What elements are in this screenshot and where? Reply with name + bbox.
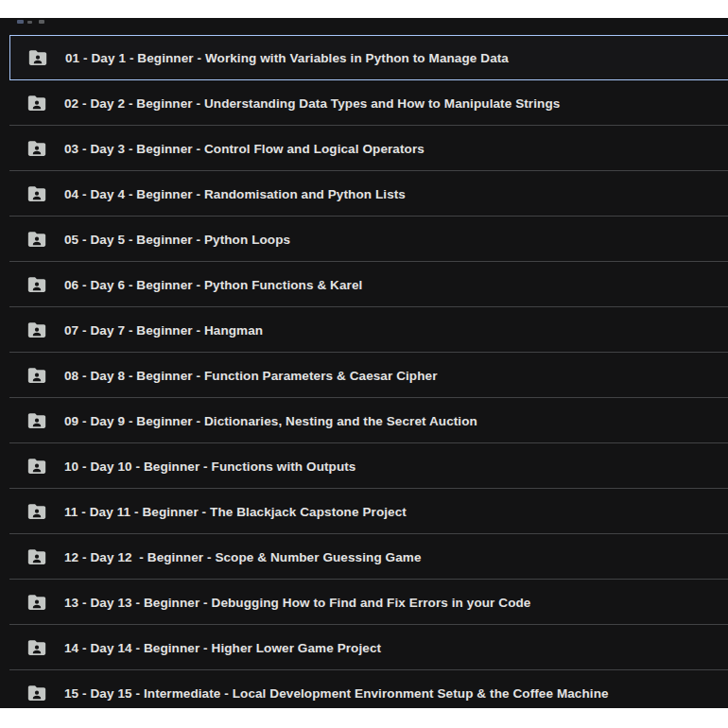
shared-folder-icon: [27, 47, 48, 68]
list-item[interactable]: 03 - Day 3 - Beginner - Control Flow and…: [9, 126, 728, 171]
clipped-row-fragment: [17, 20, 24, 24]
list-item[interactable]: 08 - Day 8 - Beginner - Function Paramet…: [9, 353, 728, 398]
shared-folder-icon: [26, 183, 47, 204]
list-item[interactable]: 02 - Day 2 - Beginner - Understanding Da…: [9, 80, 728, 126]
folder-name: 02 - Day 2 - Beginner - Understanding Da…: [64, 95, 560, 110]
shared-folder-icon: [26, 456, 47, 477]
folder-name: 10 - Day 10 - Beginner - Functions with …: [64, 459, 355, 473]
list-item[interactable]: 04 - Day 4 - Beginner - Randomisation an…: [9, 171, 728, 217]
shared-folder-icon: [26, 365, 47, 386]
folder-name: 14 - Day 14 - Beginner - Higher Lower Ga…: [64, 640, 381, 654]
clipped-row-fragment: [39, 20, 44, 24]
folder-name: 09 - Day 9 - Beginner - Dictionaries, Ne…: [64, 413, 477, 427]
list-item[interactable]: 01 - Day 1 - Beginner - Working with Var…: [9, 35, 728, 80]
top-gap: [0, 0, 728, 18]
list-item[interactable]: 12 - Day 12 - Beginner - Scope & Number …: [9, 534, 728, 580]
shared-folder-icon: [26, 637, 47, 658]
shared-folder-icon: [26, 229, 47, 250]
shared-folder-icon: [26, 93, 47, 113]
file-list-panel: 01 - Day 1 - Beginner - Working with Var…: [0, 18, 728, 708]
folder-name: 08 - Day 8 - Beginner - Function Paramet…: [64, 368, 438, 382]
folder-name: 15 - Day 15 - Intermediate - Local Devel…: [64, 685, 609, 700]
folder-name: 07 - Day 7 - Beginner - Hangman: [64, 322, 263, 337]
shared-folder-icon: [26, 546, 47, 567]
shared-folder-icon: [26, 410, 47, 431]
folder-name: 11 - Day 11 - Beginner - The Blackjack C…: [64, 504, 407, 518]
list-item[interactable]: 10 - Day 10 - Beginner - Functions with …: [9, 443, 728, 489]
folder-list: 01 - Day 1 - Beginner - Working with Var…: [9, 35, 728, 708]
shared-folder-icon: [26, 274, 47, 295]
shared-folder-icon: [26, 592, 47, 613]
list-item[interactable]: 15 - Day 15 - Intermediate - Local Devel…: [9, 670, 728, 708]
shared-folder-icon: [26, 138, 47, 159]
list-item[interactable]: 06 - Day 6 - Beginner - Python Functions…: [9, 262, 728, 307]
list-item[interactable]: 09 - Day 9 - Beginner - Dictionaries, Ne…: [9, 398, 728, 443]
shared-folder-icon: [26, 683, 47, 703]
shared-folder-icon: [26, 501, 47, 522]
folder-name: 04 - Day 4 - Beginner - Randomisation an…: [64, 186, 406, 200]
folder-name: 12 - Day 12 - Beginner - Scope & Number …: [64, 549, 422, 563]
folder-name: 03 - Day 3 - Beginner - Control Flow and…: [64, 141, 425, 155]
list-item[interactable]: 14 - Day 14 - Beginner - Higher Lower Ga…: [9, 625, 728, 670]
bottom-gap: [0, 708, 728, 728]
folder-name: 05 - Day 5 - Beginner - Python Loops: [64, 232, 290, 246]
clipped-row-fragment: [27, 21, 32, 24]
folder-name: 01 - Day 1 - Beginner - Working with Var…: [65, 51, 509, 65]
list-item[interactable]: 11 - Day 11 - Beginner - The Blackjack C…: [9, 489, 728, 534]
folder-name: 13 - Day 13 - Beginner - Debugging How t…: [64, 595, 530, 609]
list-item[interactable]: 05 - Day 5 - Beginner - Python Loops: [9, 217, 728, 262]
folder-name: 06 - Day 6 - Beginner - Python Functions…: [64, 277, 362, 291]
list-item[interactable]: 07 - Day 7 - Beginner - Hangman: [9, 307, 728, 353]
list-item[interactable]: 13 - Day 13 - Beginner - Debugging How t…: [9, 580, 728, 625]
shared-folder-icon: [26, 320, 47, 340]
